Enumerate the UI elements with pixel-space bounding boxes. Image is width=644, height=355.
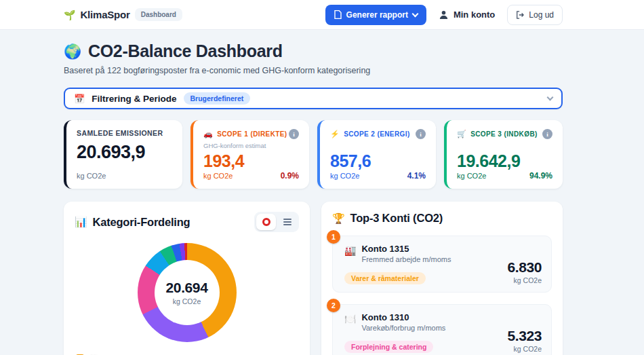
list-view-button[interactable] [277,214,297,230]
kpi-value: 857,6 [330,151,426,171]
category-tag: Forplejning & catering [344,341,433,353]
page-title: 🌍 CO2-Balance Dashboard [64,41,563,61]
kpi-unit: kg CO2e [457,172,486,180]
account-label: Min konto [454,10,495,20]
lightning-icon: ⚡ [330,130,340,138]
category-distribution-panel: 📊 Kategori-Fordeling 20.694 kg CO2e [64,202,310,355]
donut-total-value: 20.694 [166,280,208,296]
rank-badge: 2 [327,299,340,312]
brand: 🌱 KlimaSpor Dashboard [64,8,182,21]
kpi-value: 20.693,9 [77,142,172,163]
seedling-logo-icon: 🌱 [64,10,75,20]
kpi-value: 19.642,9 [457,151,552,171]
kpi-row: SAMLEDE EMISSIONER 20.693,9 kg CO2e 🚗 SC… [64,120,563,189]
page-subtitle: Baseret på 122 bogføringsposter fra e-co… [64,66,563,75]
kpi-label: SCOPE 2 (ENERGI) [344,130,410,138]
kpi-scope3: 🛒 SCOPE 3 (INDKØB) i 19.642,9 kg CO2e 94… [444,120,563,189]
chevron-down-icon[interactable] [547,94,554,101]
category-tag: Varer & råmaterialer [344,272,426,284]
kpi-subtitle [457,142,552,149]
kpi-total-emissions: SAMLEDE EMISSIONER 20.693,9 kg CO2e [64,120,182,189]
rank-badge: 1 [327,230,340,244]
trophy-icon: 🏆 [332,212,345,225]
factory-icon: 🏭 [344,245,356,263]
account-description: Fremmed arbejde m/moms [361,255,451,263]
account-description: Varekøb/forbrug m/moms [361,324,445,332]
donut-icon [262,218,270,226]
account-card-2[interactable]: 2 🍽️ Konto 1310 Varekøb/forbrug m/moms F… [332,304,552,355]
generate-report-button[interactable]: Generer rapport [325,5,426,25]
top-accounts-title: 🏆 Top-3 Konti (CO2) [332,212,443,225]
dashboard-badge: Dashboard [135,8,182,21]
info-icon[interactable]: i [542,129,552,139]
plate-cutlery-icon: 🍽️ [344,314,356,332]
kpi-label: SCOPE 3 (INDKØB) [470,130,538,138]
document-icon [334,10,342,19]
category-donut-chart: 20.694 kg CO2e [138,243,237,342]
bar-chart-icon: 📊 [75,216,87,228]
kpi-subtitle [330,142,426,149]
brand-name: KlimaSpor [80,9,129,20]
chevron-down-icon [411,10,418,17]
donut-total-unit: kg CO2e [173,297,201,305]
account-co2-value: 6.830 [507,259,542,276]
kpi-value: 193,4 [203,151,299,171]
globe-icon: 🌍 [64,43,81,60]
calendar-icon: 📅 [74,94,85,104]
kpi-label: SAMLEDE EMISSIONER [77,129,172,137]
account-name: Konto 1310 [361,312,445,322]
kpi-scope1: 🚗 SCOPE 1 (DIREKTE) i GHG-konform estima… [190,120,309,189]
generate-report-label: Generer rapport [346,10,408,20]
account-co2-unit: kg CO2e [514,276,542,284]
filter-custom-badge: Brugerdefineret [184,92,251,105]
kpi-share: 0.9% [281,171,299,181]
header-actions: Generer rapport Min konto Log ud [325,5,563,25]
kpi-share: 4.1% [407,171,426,181]
legend-item: 🏭 Varer & råmaterialer 43.0% [75,352,299,355]
account-co2-value: 5.323 [507,328,542,344]
logout-icon [516,11,524,19]
kpi-unit: kg CO2e [77,172,106,180]
info-icon[interactable]: i [416,129,426,139]
chart-view-toggle [254,212,299,232]
account-co2-unit: kg CO2e [514,345,542,353]
filter-period-expander[interactable]: 📅 Filtrering & Periode Brugerdefineret [64,88,563,109]
kpi-unit: kg CO2e [203,172,233,180]
category-legend: 🏭 Varer & råmaterialer 43.0% 📦 Andre ind… [75,352,299,355]
logout-button[interactable]: Log ud [507,5,563,25]
bars-icon [283,219,291,225]
account-name: Konto 1315 [361,244,451,254]
account-menu[interactable]: Min konto [439,10,495,20]
account-card-1[interactable]: 1 🏭 Konto 1315 Fremmed arbejde m/moms Va… [332,236,552,293]
car-icon: 🚗 [203,130,213,138]
kpi-share: 94.9% [529,171,552,181]
donut-view-button[interactable] [256,214,276,230]
kpi-unit: kg CO2e [330,172,359,180]
top-navigation-bar: 🌱 KlimaSpor Dashboard Generer rapport Mi… [0,0,644,30]
filter-label: Filtrering & Periode [92,94,176,104]
kpi-label: SCOPE 1 (DIREKTE) [217,130,287,138]
kpi-scope2: ⚡ SCOPE 2 (ENERGI) i 857,6 kg CO2e 4.1% [317,120,436,189]
info-icon[interactable]: i [289,129,299,139]
kpi-subtitle: GHG-konform estimat [203,142,299,149]
user-icon [439,10,449,20]
shopping-cart-icon: 🛒 [457,130,466,138]
top-accounts-panel: 🏆 Top-3 Konti (CO2) 1 🏭 Konto 1315 Fremm… [321,202,563,355]
logout-label: Log ud [529,10,554,20]
category-panel-title: 📊 Kategori-Fordeling [75,216,190,229]
